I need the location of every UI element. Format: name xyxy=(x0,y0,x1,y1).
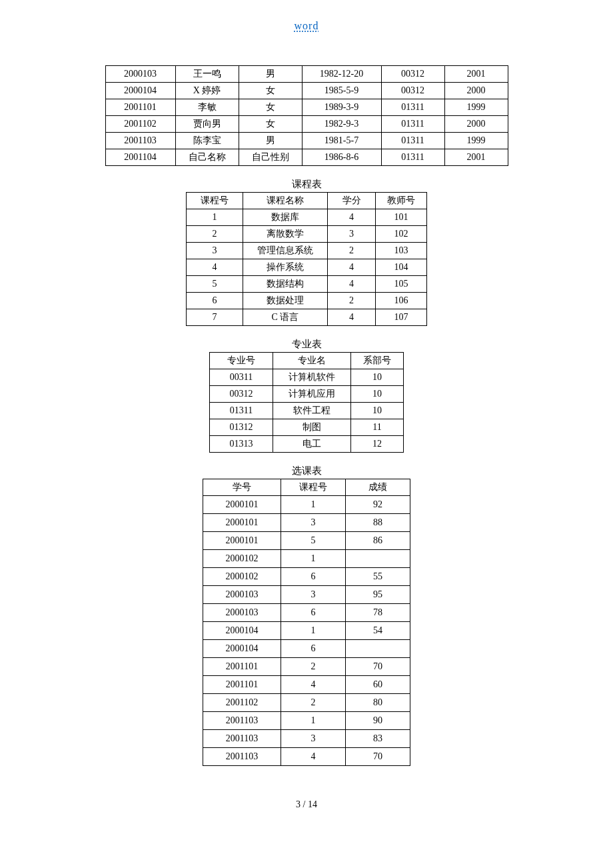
table-cell: 1 xyxy=(281,496,346,514)
table-cell: 92 xyxy=(346,496,410,514)
table-cell: 95 xyxy=(346,586,410,604)
table-header-cell: 成绩 xyxy=(346,479,410,496)
table-cell: 1 xyxy=(281,622,346,640)
table-cell: 60 xyxy=(346,676,410,694)
table-cell: 2001103 xyxy=(203,712,281,730)
table-cell: 01313 xyxy=(210,436,273,453)
table-row: 2001103190 xyxy=(203,712,410,730)
table-row: 01313电工12 xyxy=(210,436,404,453)
course-table: 课程号课程名称学分教师号 1数据库41012离散数学31023管理信息系统210… xyxy=(186,192,427,326)
table-cell: 数据结构 xyxy=(243,276,328,293)
table-cell: 2000103 xyxy=(203,586,281,604)
table-cell: 1 xyxy=(187,209,243,226)
table-cell: 4 xyxy=(281,748,346,766)
table-cell: 70 xyxy=(346,658,410,676)
table-cell: 1 xyxy=(281,550,346,568)
table-cell: 2001101 xyxy=(105,99,175,116)
table-cell: 01311 xyxy=(381,116,444,133)
table-cell: 5 xyxy=(187,276,243,293)
table-cell: 1999 xyxy=(444,133,508,149)
table-header-cell: 课程号 xyxy=(187,193,243,209)
document-page: word 2000103王一鸣男1982-12-2000312200120001… xyxy=(0,0,613,837)
table-cell: 李敏 xyxy=(175,99,239,116)
major-table-section: 专业表 专业号专业名系部号 00311计算机软件1000312计算机应用1001… xyxy=(0,338,613,453)
table-cell: 2000103 xyxy=(203,604,281,622)
table-cell: 10 xyxy=(351,403,404,419)
table-row: 3管理信息系统2103 xyxy=(187,243,427,259)
table-row: 2001103470 xyxy=(203,748,410,766)
table-cell: 2000 xyxy=(444,116,508,133)
page-footer: 3 / 14 xyxy=(0,799,613,810)
table-cell: 2001103 xyxy=(105,133,175,149)
table-cell: 电工 xyxy=(273,436,351,453)
table-row: 2000101192 xyxy=(203,496,410,514)
table-cell: 贾向男 xyxy=(175,116,239,133)
table-cell: 陈李宝 xyxy=(175,133,239,149)
enrollment-table-caption: 选课表 xyxy=(0,465,613,477)
table-cell: 制图 xyxy=(273,419,351,436)
table-cell: 01311 xyxy=(381,99,444,116)
course-table-caption: 课程表 xyxy=(0,178,613,191)
table-cell: 男 xyxy=(239,133,302,149)
table-cell: 2001102 xyxy=(105,116,175,133)
table-cell: 2001 xyxy=(444,66,508,83)
table-cell: 4 xyxy=(328,209,376,226)
table-row: 2001101270 xyxy=(203,658,410,676)
table-row: 2000104X 婷婷女1985-5-9003122000 xyxy=(105,83,508,99)
table-cell: 男 xyxy=(239,66,302,83)
table-cell: 2000102 xyxy=(203,568,281,586)
table-row: 2000101586 xyxy=(203,532,410,550)
table-row: 2001103383 xyxy=(203,730,410,748)
table-row: 4操作系统4104 xyxy=(187,259,427,276)
table-row: 5数据结构4105 xyxy=(187,276,427,293)
table-cell: 6 xyxy=(281,604,346,622)
table-cell: 54 xyxy=(346,622,410,640)
table-cell: 2000 xyxy=(444,83,508,99)
table-row: 2001102280 xyxy=(203,694,410,712)
table-row: 2000104154 xyxy=(203,622,410,640)
table-cell: 6 xyxy=(281,568,346,586)
page-number: 3 / 14 xyxy=(296,799,317,809)
table-cell: 3 xyxy=(281,730,346,748)
table-cell: 55 xyxy=(346,568,410,586)
table-cell: 00312 xyxy=(210,386,273,403)
table-cell: 数据库 xyxy=(243,209,328,226)
table-row: 01312制图11 xyxy=(210,419,404,436)
table-row: 2001103陈李宝男1981-5-7013111999 xyxy=(105,133,508,149)
table-row: 7C 语言4107 xyxy=(187,309,427,326)
enrollment-table-section: 选课表 学号课程号成绩 2000101192200010138820001015… xyxy=(0,465,613,766)
table-cell: 78 xyxy=(346,604,410,622)
table-row: 2001104自己名称自己性别1986-8-6013112001 xyxy=(105,149,508,166)
table-cell: 2001104 xyxy=(105,149,175,166)
table-cell: 1986-8-6 xyxy=(302,149,381,166)
table-header-cell: 系部号 xyxy=(351,353,404,369)
table-cell: 1981-5-7 xyxy=(302,133,381,149)
table-cell: 90 xyxy=(346,712,410,730)
table-cell: 王一鸣 xyxy=(175,66,239,83)
table-row: 2000103王一鸣男1982-12-20003122001 xyxy=(105,66,508,83)
table-cell: 1989-3-9 xyxy=(302,99,381,116)
table-cell: 3 xyxy=(187,243,243,259)
table-cell: 2000104 xyxy=(203,640,281,658)
table-cell: 4 xyxy=(328,276,376,293)
table-cell: 3 xyxy=(281,514,346,532)
table-cell: 计算机应用 xyxy=(273,386,351,403)
header-link[interactable]: word xyxy=(295,20,319,31)
table-row: 00312计算机应用10 xyxy=(210,386,404,403)
table-row: 2000103678 xyxy=(203,604,410,622)
table-cell: 83 xyxy=(346,730,410,748)
table-cell: 计算机软件 xyxy=(273,369,351,386)
table-header-cell: 课程名称 xyxy=(243,193,328,209)
table-cell: 103 xyxy=(376,243,427,259)
table-header-cell: 教师号 xyxy=(376,193,427,209)
table-cell: 软件工程 xyxy=(273,403,351,419)
table-row: 2000103395 xyxy=(203,586,410,604)
table-header-cell: 专业名 xyxy=(273,353,351,369)
table-cell: 自己性别 xyxy=(239,149,302,166)
table-cell: 2000104 xyxy=(203,622,281,640)
table-row: 2001102贾向男女1982-9-3013112000 xyxy=(105,116,508,133)
table-cell: 101 xyxy=(376,209,427,226)
table-row: 20001021 xyxy=(203,550,410,568)
table-cell: 2 xyxy=(187,226,243,243)
student-table-section: 2000103王一鸣男1982-12-200031220012000104X 婷… xyxy=(0,65,613,166)
